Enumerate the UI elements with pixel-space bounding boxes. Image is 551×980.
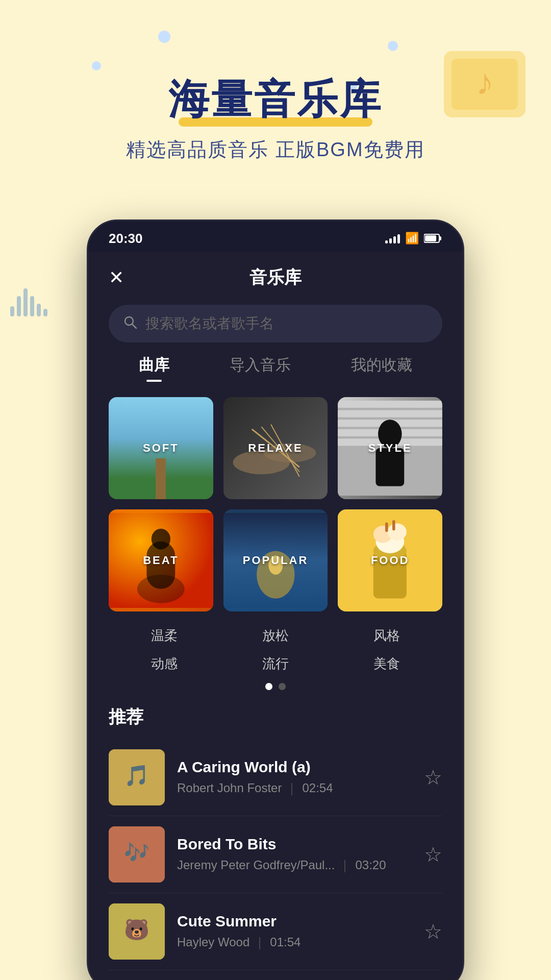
genre-label-en-beat: BEAT — [143, 554, 179, 567]
genre-label-en-food: FOOD — [371, 554, 410, 567]
genre-name-popular: 流行 — [220, 655, 331, 673]
search-bar[interactable]: 搜索歌名或者歌手名 — [109, 305, 442, 342]
track-list: 🎵 A Caring World (a) Robert John Foster … — [88, 739, 463, 970]
close-button[interactable]: ✕ — [109, 267, 124, 288]
track-item-2[interactable]: 🎶 Bored To Bits Jeremy Peter Godfrey/Pau… — [109, 816, 442, 893]
track-item-3[interactable]: 🐻 Cute Summer Hayley Wood ｜ 01:54 ☆ — [109, 893, 442, 970]
track-separator-2: ｜ — [339, 857, 351, 873]
background-header: ♪ 海量音乐库 精选高品质音乐 正版BGM免费用 — [0, 0, 551, 235]
track-artist-1: Robert John Foster — [177, 781, 282, 795]
favorite-button-2[interactable]: ☆ — [424, 843, 442, 866]
genre-card-beat[interactable]: BEAT — [109, 509, 213, 611]
svg-line-7 — [132, 324, 136, 328]
tab-favorites[interactable]: 我的收藏 — [351, 355, 412, 382]
svg-text:🐻: 🐻 — [124, 917, 149, 942]
track-item-1[interactable]: 🎵 A Caring World (a) Robert John Foster … — [109, 739, 442, 816]
track-info-2: Bored To Bits Jeremy Peter Godfrey/Paul.… — [177, 836, 412, 873]
track-duration-3: 01:54 — [270, 935, 300, 949]
track-artist-3: Hayley Wood — [177, 935, 249, 949]
svg-text:🎵: 🎵 — [124, 763, 149, 788]
genre-card-relaxe[interactable]: RELAXE — [223, 397, 328, 499]
phone-mockup: 20:30 📶 ✕ 音乐库 — [0, 219, 551, 980]
search-icon — [123, 315, 137, 333]
track-name-2: Bored To Bits — [177, 836, 412, 853]
svg-text:♪: ♪ — [476, 62, 494, 102]
svg-point-24 — [152, 529, 170, 550]
header-title: 音乐库 — [249, 266, 302, 289]
status-bar: 20:30 📶 — [88, 221, 463, 252]
track-artist-2: Jeremy Peter Godfrey/Paul... — [177, 858, 335, 872]
track-duration-1: 02:54 — [302, 781, 333, 795]
track-meta-2: Jeremy Peter Godfrey/Paul... ｜ 03:20 — [177, 857, 412, 873]
status-time: 20:30 — [109, 231, 143, 247]
svg-rect-5 — [425, 235, 436, 241]
status-icons: 📶 — [385, 232, 442, 245]
genre-name-food: 美食 — [331, 655, 442, 673]
genre-name-soft: 温柔 — [109, 627, 220, 645]
dot-2 — [279, 683, 286, 690]
genre-grid: SOFT RELAXE — [88, 397, 463, 611]
app-header: ✕ 音乐库 — [88, 252, 463, 300]
track-meta-1: Robert John Foster ｜ 02:54 — [177, 780, 412, 796]
track-info-1: A Caring World (a) Robert John Foster ｜ … — [177, 758, 412, 796]
genre-names-row1: 温柔 放松 风格 — [88, 622, 463, 645]
svg-rect-34 — [385, 523, 388, 532]
sub-title: 精选高品质音乐 正版BGM免费用 — [126, 137, 424, 163]
section-title: 推荐 — [88, 705, 463, 729]
music-decoration: ♪ — [434, 41, 536, 143]
dot-1 — [265, 683, 272, 690]
svg-rect-14 — [338, 401, 442, 408]
svg-text:🎶: 🎶 — [124, 840, 149, 865]
track-cover-3: 🐻 — [109, 903, 165, 960]
deco-dot-2 — [158, 31, 170, 43]
phone-frame: 20:30 📶 ✕ 音乐库 — [87, 219, 464, 980]
main-title: 海量音乐库 — [168, 72, 383, 128]
track-cover-img-2: 🎶 — [109, 826, 165, 883]
track-name-1: A Caring World (a) — [177, 758, 412, 776]
track-meta-3: Hayley Wood ｜ 01:54 — [177, 934, 412, 950]
favorite-button-3[interactable]: ☆ — [424, 920, 442, 943]
genre-card-soft[interactable]: SOFT — [109, 397, 213, 499]
app-content: ✕ 音乐库 搜索歌名或者歌手名 曲库 导入音乐 我的收藏 — [88, 252, 463, 980]
genre-label-en-popular: POPULAR — [243, 554, 309, 567]
track-separator-3: ｜ — [254, 934, 266, 950]
track-name-3: Cute Summer — [177, 913, 412, 930]
genre-name-style: 风格 — [331, 627, 442, 645]
genre-label-en-style: STYLE — [368, 442, 412, 455]
track-info-3: Cute Summer Hayley Wood ｜ 01:54 — [177, 913, 412, 950]
bottom-padding — [88, 970, 463, 980]
genre-name-relaxe: 放松 — [220, 627, 331, 645]
signal-icon — [385, 233, 400, 243]
genre-card-food[interactable]: FOOD — [338, 509, 442, 611]
track-cover-img-1: 🎵 — [109, 749, 165, 805]
search-placeholder: 搜索歌名或者歌手名 — [145, 314, 274, 333]
deco-dot-1 — [92, 61, 101, 70]
favorite-button-1[interactable]: ☆ — [424, 766, 442, 789]
svg-rect-4 — [439, 236, 441, 240]
genre-label-en-soft: SOFT — [143, 442, 179, 455]
tab-library[interactable]: 曲库 — [139, 355, 169, 382]
genre-card-popular[interactable]: POPULAR — [223, 509, 328, 611]
genre-label-en-relaxe: RELAXE — [248, 442, 303, 455]
wifi-icon: 📶 — [405, 232, 419, 245]
track-cover-2: 🎶 — [109, 826, 165, 883]
svg-point-33 — [388, 523, 407, 540]
track-separator-1: ｜ — [286, 780, 298, 796]
deco-dot-4 — [388, 41, 398, 51]
svg-rect-15 — [338, 410, 442, 418]
genre-name-beat: 动感 — [109, 655, 220, 673]
svg-rect-35 — [392, 520, 395, 530]
track-cover-img-3: 🐻 — [109, 903, 165, 960]
pagination-dots — [88, 683, 463, 690]
battery-icon — [424, 233, 442, 243]
genre-names-row2: 动感 流行 美食 — [88, 650, 463, 673]
track-cover-1: 🎵 — [109, 749, 165, 805]
track-duration-2: 03:20 — [355, 858, 386, 872]
tab-bar: 曲库 导入音乐 我的收藏 — [88, 355, 463, 382]
tab-import[interactable]: 导入音乐 — [230, 355, 291, 382]
genre-card-style[interactable]: STYLE — [338, 397, 442, 499]
